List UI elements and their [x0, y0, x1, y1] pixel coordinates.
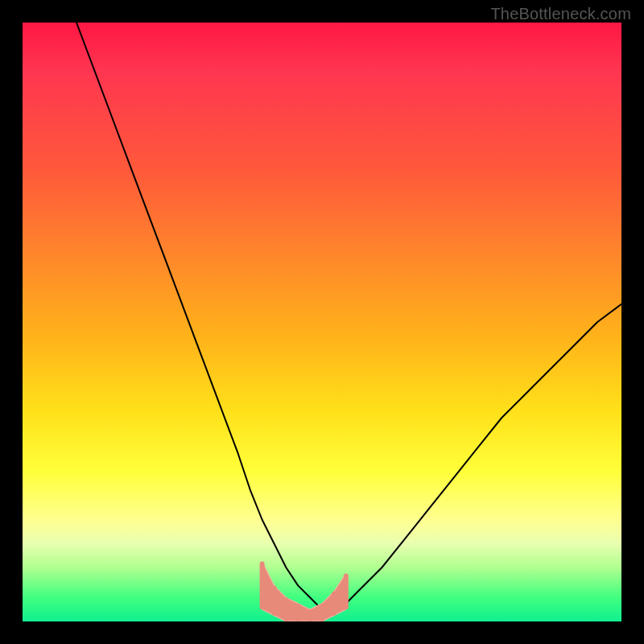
recommended-band-joint: [332, 592, 336, 616]
recommended-band-joint: [272, 585, 277, 615]
recommended-band-joint: [320, 604, 324, 621]
bottleneck-curve: [76, 23, 621, 609]
recommended-band-joint: [260, 562, 265, 610]
plot-area: [23, 23, 621, 621]
recommended-band-joint: [344, 574, 349, 610]
curve-overlay: [23, 23, 621, 621]
recommended-band-joint: [295, 604, 300, 621]
watermark-text: TheBottleneck.com: [490, 5, 631, 23]
recommended-band-joint: [283, 597, 288, 621]
chart-stage: TheBottleneck.com: [0, 0, 644, 644]
recommended-band-joint: [308, 609, 312, 621]
